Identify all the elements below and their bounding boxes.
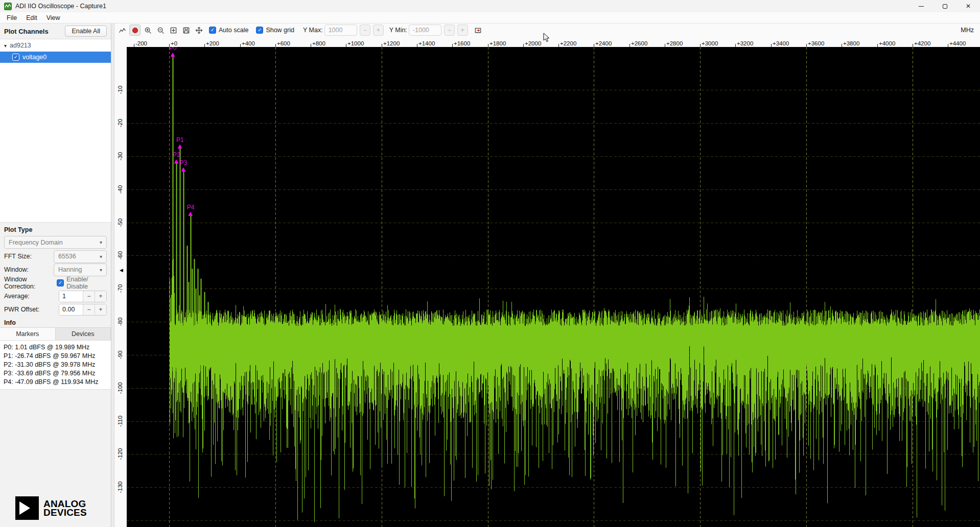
zoom-fit-icon[interactable] xyxy=(168,25,179,36)
chevron-down-icon: ▾ xyxy=(97,267,102,273)
x-tick-label: +400 xyxy=(240,40,255,47)
capture-record-button[interactable] xyxy=(129,25,141,36)
plot-pane: ✓ Auto scale ✓ Show grid Y Max: − + Y Mi… xyxy=(114,23,980,527)
y-max-label: Y Max: xyxy=(303,27,323,34)
spectrum-canvas[interactable] xyxy=(127,47,980,527)
plot-toolbar: ✓ Auto scale ✓ Show grid Y Max: − + Y Mi… xyxy=(114,23,980,37)
tree-row-device[interactable]: ▾ ad9213 xyxy=(0,39,111,52)
plot-icon[interactable] xyxy=(116,25,128,36)
maximize-button[interactable] xyxy=(933,0,956,12)
pwr-offset-label: PWR Offset: xyxy=(4,306,39,313)
window-correction-checkbox[interactable]: ✓ xyxy=(57,279,64,286)
show-grid-label: Show grid xyxy=(266,27,294,34)
window-value: Hanning xyxy=(58,266,82,273)
x-tick-label: +600 xyxy=(275,40,290,47)
window-controls: ✕ xyxy=(909,0,980,12)
menu-edit[interactable]: Edit xyxy=(21,13,42,22)
y-min-label: Y Min: xyxy=(389,27,407,34)
detach-plot-icon[interactable] xyxy=(473,25,484,36)
x-tick-label: +2200 xyxy=(558,40,576,47)
y-tick-label: -120 xyxy=(117,448,123,460)
record-icon xyxy=(132,28,138,33)
chevron-down-icon: ▾ xyxy=(97,239,102,245)
average-plus-button[interactable]: + xyxy=(95,291,106,302)
marker-readout-p1: P1: -26.74 dBFS @ 59.967 MHz xyxy=(4,352,107,361)
y-tick-label: -50 xyxy=(117,219,123,227)
tab-devices[interactable]: Devices xyxy=(56,328,111,340)
plot-type-value: Frequency Domain xyxy=(9,239,63,246)
close-button[interactable]: ✕ xyxy=(956,0,980,12)
average-stepper: − + xyxy=(59,291,107,302)
plot-type-label: Plot Type xyxy=(0,223,111,235)
channel-label: voltage0 xyxy=(22,54,46,61)
minimize-button[interactable] xyxy=(909,0,933,12)
adi-triangle-icon xyxy=(15,496,39,520)
x-tick-label: +200 xyxy=(204,40,219,47)
info-label: Info xyxy=(0,316,111,327)
auto-scale-toggle[interactable]: ✓ Auto scale xyxy=(209,27,248,34)
pwr-offset-stepper: − + xyxy=(59,304,107,316)
axis-pan-arrow-icon[interactable]: ◀ xyxy=(120,268,123,273)
y-min-minus-button[interactable]: − xyxy=(444,25,455,36)
x-tick-label: +1800 xyxy=(488,40,506,47)
show-grid-toggle[interactable]: ✓ Show grid xyxy=(256,27,294,34)
x-tick-label: +3600 xyxy=(806,40,824,47)
x-tick-label: +3400 xyxy=(771,40,789,47)
x-tick-label: +2000 xyxy=(523,40,541,47)
y-tick-label: -130 xyxy=(117,481,123,493)
window-label: Window: xyxy=(4,266,29,273)
y-max-input[interactable] xyxy=(324,25,357,36)
analog-devices-logo: ANALOG DEVICES xyxy=(0,491,111,527)
channel-checkbox[interactable]: ✓ xyxy=(12,54,19,61)
fft-size-dropdown[interactable]: 65536 ▾ xyxy=(54,250,107,263)
average-label: Average: xyxy=(4,293,30,300)
zoom-in-icon[interactable] xyxy=(142,25,153,36)
logo-line2: DEVICES xyxy=(43,508,87,517)
frequency-unit-label: MHz xyxy=(961,27,976,34)
x-tick-label: +4400 xyxy=(948,40,966,47)
menu-file[interactable]: File xyxy=(2,13,21,22)
x-tick-label: +3800 xyxy=(842,40,859,47)
pan-move-icon[interactable] xyxy=(193,25,204,36)
average-minus-button[interactable]: − xyxy=(83,291,95,302)
chevron-down-icon: ▾ xyxy=(97,254,102,259)
x-tick-label: +4000 xyxy=(877,40,895,47)
close-icon: ✕ xyxy=(966,3,971,10)
y-max-plus-button[interactable]: + xyxy=(373,25,384,36)
x-tick-label: +1200 xyxy=(382,40,400,47)
x-tick-label: +4200 xyxy=(913,40,930,47)
plot-type-dropdown[interactable]: Frequency Domain ▾ xyxy=(4,236,107,249)
save-image-icon[interactable] xyxy=(180,25,192,36)
x-tick-label: +0 xyxy=(169,40,177,47)
enable-all-button[interactable]: Enable All xyxy=(65,26,107,37)
expander-icon[interactable]: ▾ xyxy=(4,43,7,49)
y-min-plus-button[interactable]: + xyxy=(457,25,468,36)
auto-scale-label: Auto scale xyxy=(219,27,248,34)
pwr-offset-minus-button[interactable]: − xyxy=(83,304,95,315)
menu-view[interactable]: View xyxy=(42,13,65,22)
zoom-out-icon[interactable] xyxy=(155,25,166,36)
y-max-minus-button[interactable]: − xyxy=(360,25,370,36)
pwr-offset-plus-button[interactable]: + xyxy=(95,304,106,315)
y-tick-label: -60 xyxy=(117,251,123,260)
auto-scale-checkbox[interactable]: ✓ xyxy=(209,27,216,34)
y-tick-label: -10 xyxy=(117,86,123,94)
average-input[interactable] xyxy=(59,291,83,302)
x-axis: -200+0+200+400+600+800+1000+1200+1400+16… xyxy=(127,37,980,47)
y-min-input[interactable] xyxy=(409,25,441,36)
fft-size-label: FFT Size: xyxy=(4,253,32,260)
app-window: ADI IIO Oscilloscope - Capture1 ✕ File E… xyxy=(0,0,980,527)
minimize-icon xyxy=(919,6,924,7)
show-grid-checkbox[interactable]: ✓ xyxy=(256,27,263,34)
app-icon xyxy=(4,3,12,10)
x-tick-label: -200 xyxy=(134,40,147,47)
pwr-offset-input[interactable] xyxy=(59,304,83,315)
marker-list: P0: 1.01 dBFS @ 19.989 MHz P1: -26.74 dB… xyxy=(0,340,111,390)
marker-readout-p2: P2: -31.30 dBFS @ 39.978 MHz xyxy=(4,361,107,369)
window-dropdown[interactable]: Hanning ▾ xyxy=(54,264,107,276)
menu-bar: File Edit View xyxy=(0,12,980,23)
y-tick-label: -80 xyxy=(117,318,123,326)
tab-markers[interactable]: Markers xyxy=(0,328,56,340)
tree-row-channel[interactable]: ✓ voltage0 xyxy=(0,52,111,63)
window-correction-label: Window Correction: xyxy=(4,276,54,290)
